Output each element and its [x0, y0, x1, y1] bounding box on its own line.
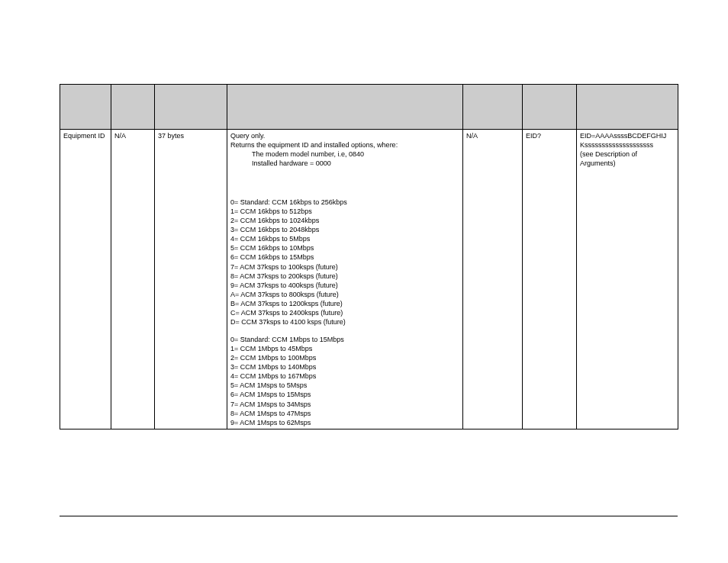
header-row — [60, 85, 678, 130]
header-cell — [111, 85, 155, 130]
table-container: Equipment ID N/A 37 bytes Query only. Re… — [60, 84, 678, 429]
desc-line: 9= ACM 1Msps to 62Msps — [230, 418, 459, 427]
cell-col3: 37 bytes — [155, 130, 227, 429]
desc-line: 0= Standard: CCM 16kbps to 256kbps — [230, 198, 459, 207]
desc-line: Kssssssssssssssssssss — [580, 140, 675, 150]
header-cell — [155, 85, 227, 130]
desc-line: C= ACM 37ksps to 2400ksps (future) — [230, 308, 459, 317]
header-cell — [523, 85, 577, 130]
header-cell — [60, 85, 111, 130]
desc-line: 4= CCM 1Mbps to 167Mbps — [230, 372, 459, 381]
cell-col6: EID? — [523, 130, 577, 429]
desc-line: D= CCM 37ksps to 4100 ksps (future) — [230, 317, 459, 327]
desc-line: 8= ACM 37ksps to 200ksps (future) — [230, 272, 459, 281]
desc-line: 2= CCM 1Mbps to 100Mbps — [230, 353, 459, 362]
desc-line: 1= CCM 1Mbps to 45Mbps — [230, 344, 459, 353]
cell-col5: N/A — [463, 130, 523, 429]
cell-parameter: Equipment ID — [60, 130, 111, 429]
desc-line: A= ACM 37ksps to 800ksps (future) — [230, 290, 459, 299]
desc-line: 5= CCM 16kbps to 10Mbps — [230, 243, 459, 253]
desc-line: EID=AAAAssssBCDEFGHIJ — [580, 131, 675, 140]
desc-line: 7= ACM 37ksps to 100ksps (future) — [230, 262, 459, 272]
desc-line: 7= ACM 1Msps to 34Msps — [230, 400, 459, 409]
gap — [230, 169, 459, 198]
desc-line: 2= CCM 16kbps to 1024kbps — [230, 216, 459, 225]
cell-col7: EID=AAAAssssBCDEFGHIJ Ksssssssssssssssss… — [577, 130, 678, 429]
gap — [230, 327, 459, 335]
desc-line: 1= CCM 16kbps to 512bps — [230, 207, 459, 216]
desc-line: Installed hardware = 0000 — [230, 159, 459, 168]
desc-line: 3= CCM 16kbps to 2048kbps — [230, 225, 459, 234]
desc-line: 6= CCM 16kbps to 15Mbps — [230, 253, 459, 262]
desc-line: 5= ACM 1Msps to 5Msps — [230, 381, 459, 390]
desc-line: 3= CCM 1Mbps to 140Mbps — [230, 362, 459, 372]
desc-line: 6= ACM 1Msps to 15Msps — [230, 390, 459, 399]
desc-line: B= ACM 37ksps to 1200ksps (future) — [230, 299, 459, 308]
cell-description: Query only. Returns the equipment ID and… — [227, 130, 463, 429]
desc-line: Returns the equipment ID and installed o… — [230, 140, 459, 150]
header-cell — [227, 85, 463, 130]
desc-line: The modem model number, i.e, 0840 — [230, 150, 459, 159]
desc-line: 0= Standard: CCM 1Mbps to 15Mbps — [230, 335, 459, 344]
desc-line: Query only. — [230, 131, 459, 140]
desc-line: 4= CCM 16kbps to 5Mbps — [230, 234, 459, 243]
table-row: Equipment ID N/A 37 bytes Query only. Re… — [60, 130, 678, 429]
desc-line: 8= ACM 1Msps to 47Msps — [230, 409, 459, 418]
desc-line: (see Description of — [580, 150, 675, 159]
desc-line: 9= ACM 37ksps to 400ksps (future) — [230, 281, 459, 290]
desc-line: Arguments) — [580, 159, 675, 168]
cell-col2: N/A — [111, 130, 155, 429]
header-cell — [577, 85, 678, 130]
page: Equipment ID N/A 37 bytes Query only. Re… — [0, 0, 728, 563]
header-cell — [463, 85, 523, 130]
footer-rule — [60, 516, 678, 516]
spec-table: Equipment ID N/A 37 bytes Query only. Re… — [60, 84, 678, 429]
